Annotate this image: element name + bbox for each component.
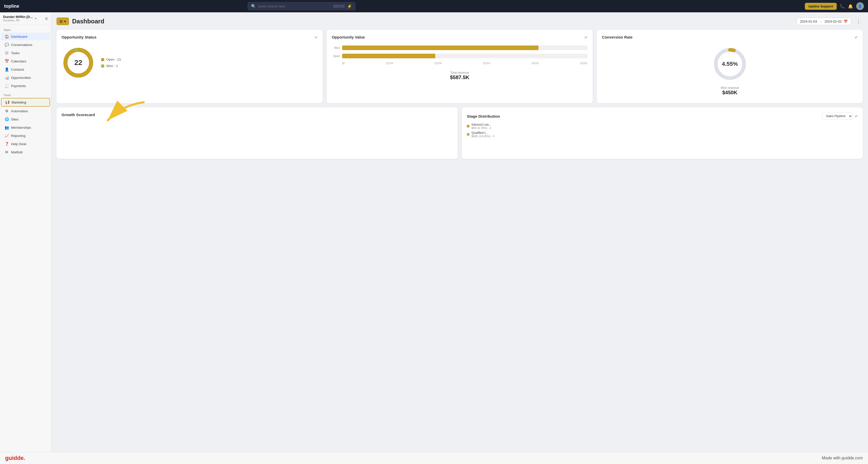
bar-row-won: Won: [332, 46, 588, 50]
apps-section-label: Apps: [0, 25, 51, 32]
sidebar-item-helpdesk[interactable]: ❓ Help Desk: [1, 140, 50, 148]
sidebar-item-calendars[interactable]: 📅 Calendars: [1, 57, 50, 65]
card-header: Opportunity Value ⇄: [332, 35, 588, 39]
sidebar-item-label: Dashboard: [11, 35, 27, 38]
topnav-right: topline Support 📞 🔔 👤: [805, 2, 864, 10]
opportunity-status-card: Opportunity Status ⇄ 22: [57, 30, 322, 103]
filter-icon[interactable]: ⇄: [855, 35, 858, 39]
pipeline-select[interactable]: Sales Pipeline: [822, 113, 852, 120]
filter-icon[interactable]: ⇄: [584, 35, 587, 39]
stage-item-info: Qualified t... $60K (14.29%) - 3: [471, 131, 494, 138]
sidebar-item-conversations[interactable]: 💬 Conversations: [1, 41, 50, 49]
sidebar-item-sites[interactable]: 🌐 Sites: [1, 115, 50, 123]
conversion-body: 4.55% Won revenue $450K: [602, 44, 858, 98]
card-header: Opportunity Status ⇄: [62, 35, 317, 39]
card-title: Growth Scorecard: [62, 113, 95, 117]
bottom-cards-row: Growth Scorecard Stage Distribution Sale…: [57, 107, 863, 159]
helpdesk-icon: ❓: [5, 142, 9, 146]
tools-section-label: Tools: [0, 90, 51, 98]
chevron-down-icon: ▾: [64, 19, 66, 23]
stage-item-label: Qualified t...: [471, 131, 494, 135]
reporting-icon: 📈: [5, 134, 9, 138]
legend: Open - 21 Won - 1: [101, 58, 121, 68]
sidebar-item-label: Sites: [11, 117, 19, 121]
user-avatar[interactable]: 👤: [856, 2, 864, 10]
phone-icon[interactable]: 📞: [840, 4, 845, 9]
sidebar-item-label: Automation: [11, 109, 28, 113]
date-from: 2024-01-03: [800, 20, 817, 23]
sidebar-item-label: Marketing: [11, 100, 26, 104]
conversion-rate-card: Conversion Rate ⇄ 4.55% Won revenue $450…: [597, 30, 863, 103]
stage-item-sub: $60K (14.29%) - 3: [471, 135, 494, 138]
sidebar-item-tasks[interactable]: ☑ Tasks: [1, 49, 50, 57]
bell-icon[interactable]: 🔔: [848, 4, 853, 9]
legend-won: Won - 1: [101, 64, 121, 68]
dashboard-icon: 🏠: [5, 34, 9, 38]
sidebar-item-label: Mailfold: [11, 150, 23, 154]
page-title: Dashboard: [72, 18, 104, 25]
sidebar-item-memberships[interactable]: 👥 Memberships: [1, 123, 50, 131]
sidebar: Dunder Mifflin [D... Scranton, PA ▾ ⊞ Ap…: [0, 12, 51, 452]
conversion-footer: Won revenue $450K: [721, 86, 739, 95]
sidebar-item-contacts[interactable]: 👤 Contacts: [1, 65, 50, 73]
axis-0: $0: [342, 62, 345, 65]
contacts-icon: 👤: [5, 67, 9, 71]
view-toggle-button[interactable]: ⊞ ▾: [57, 18, 69, 25]
search-bar[interactable]: 🔍 Ctrl + K ⚡: [248, 2, 355, 10]
total-revenue-value: $587.5K: [332, 75, 588, 80]
stage-color-dot: [467, 125, 469, 127]
stage-item-info: Inbound Lea... $5K (4.76%) - 1: [471, 123, 491, 129]
support-button[interactable]: topline Support: [805, 3, 837, 10]
sidebar-item-marketing[interactable]: 📢 Marketing: [1, 98, 50, 107]
mailfold-icon: ✉: [5, 150, 9, 154]
guidde-tagline: Made with guidde.com: [822, 456, 863, 460]
stage-item-inbound: Inbound Lea... $5K (4.76%) - 1: [467, 123, 858, 129]
won-revenue-value: $450K: [721, 90, 739, 95]
won-color-dot: [101, 64, 104, 67]
sidebar-item-reporting[interactable]: 📈 Reporting: [1, 132, 50, 140]
bar-label-open: Open: [332, 55, 340, 58]
axis-500k: $500K: [580, 62, 587, 65]
open-color-dot: [101, 58, 104, 61]
sidebar-item-payments[interactable]: 🧾 Payments: [1, 82, 50, 90]
date-range-picker[interactable]: 2024-01-03 → 2024-02-02 📅: [797, 18, 851, 25]
workspace-sub: Scranton, PA: [3, 19, 33, 22]
chevron-down-icon: ▾: [35, 17, 36, 20]
bar-row-open: Open: [332, 54, 588, 58]
filter-icon[interactable]: ⇄: [855, 114, 858, 118]
sidebar-item-label: Payments: [11, 84, 26, 88]
stage-distribution-card: Stage Distribution Sales Pipeline ⇄ Inbo…: [462, 107, 863, 159]
date-arrow: →: [819, 20, 823, 23]
more-options-button[interactable]: ⋮: [854, 18, 863, 25]
card-footer: Total revenue $587.5K: [332, 71, 588, 80]
opp-status-body: 22 Open - 21 Won - 1: [62, 44, 317, 82]
donut-center-value: 22: [74, 59, 82, 67]
conversations-icon: 💬: [5, 42, 9, 47]
stage-item-label: Inbound Lea...: [471, 123, 491, 126]
sidebar-item-dashboard[interactable]: 🏠 Dashboard: [1, 33, 50, 40]
card-header: Conversion Rate ⇄: [602, 35, 858, 39]
date-to: 2024-02-02: [825, 20, 842, 23]
growth-scorecard-body: [62, 122, 453, 126]
sidebar-item-mailfold[interactable]: ✉ Mailfold: [1, 148, 50, 156]
marketing-icon: 📢: [5, 100, 9, 104]
payments-icon: 🧾: [5, 84, 9, 88]
memberships-icon: 👥: [5, 125, 9, 129]
sidebar-item-automation[interactable]: ⚙ Automation: [1, 107, 50, 115]
bar-track-won: [342, 46, 588, 50]
card-title: Opportunity Value: [332, 35, 365, 39]
stage-header: Stage Distribution Sales Pipeline ⇄: [467, 113, 858, 120]
axis-100k: $100K: [386, 62, 394, 65]
sidebar-item-opportunities[interactable]: 📊 Opportunities: [1, 74, 50, 82]
calendar-icon: 📅: [844, 20, 848, 23]
search-icon: 🔍: [251, 4, 256, 9]
donut-chart: 22: [62, 46, 95, 79]
grid-icon: ⊞: [60, 19, 63, 23]
guidde-logo: guidde.: [5, 455, 25, 461]
search-input[interactable]: [258, 4, 331, 8]
main-content: ⊞ ▾ Dashboard 2024-01-03 → 2024-02-02 📅 …: [51, 12, 868, 452]
sidebar-item-label: Conversations: [11, 43, 32, 47]
filter-icon[interactable]: ⇄: [314, 35, 317, 39]
layout-toggle-icon[interactable]: ⊞: [45, 17, 48, 21]
workspace-selector[interactable]: Dunder Mifflin [D... Scranton, PA ▾ ⊞: [0, 12, 51, 25]
